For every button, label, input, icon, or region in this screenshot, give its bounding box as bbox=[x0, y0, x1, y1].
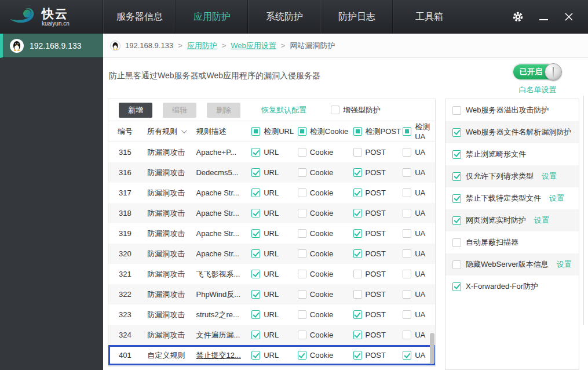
option-settings-link[interactable]: 设置 bbox=[549, 193, 564, 204]
option-checkbox[interactable] bbox=[452, 172, 461, 181]
row-ua-checkbox[interactable] bbox=[403, 290, 411, 299]
row-rule-desc[interactable]: 禁止提交12... bbox=[192, 350, 251, 361]
row-cookie-checkbox[interactable] bbox=[298, 270, 306, 278]
row-cookie-checkbox[interactable] bbox=[298, 331, 306, 339]
option-checkbox[interactable] bbox=[452, 128, 461, 137]
row-url-checkbox[interactable] bbox=[251, 290, 260, 299]
protection-toggle[interactable]: 已开启 bbox=[513, 64, 562, 80]
row-cookie-checkbox[interactable] bbox=[298, 310, 306, 319]
row-cookie-checkbox[interactable] bbox=[298, 351, 306, 360]
option-settings-link[interactable]: 设置 bbox=[557, 259, 572, 270]
enhanced-protection-checkbox[interactable] bbox=[331, 106, 339, 114]
option-checkbox[interactable] bbox=[452, 238, 461, 247]
table-row[interactable]: 316 防漏洞攻击 Dedecms5... URL Cookie POST UA bbox=[108, 162, 435, 183]
table-row[interactable]: 317 防漏洞攻击 Apache Str... URL Cookie POST … bbox=[108, 183, 435, 203]
row-cookie-checkbox[interactable] bbox=[298, 249, 306, 258]
option-settings-link[interactable]: 设置 bbox=[534, 215, 549, 226]
row-cookie-checkbox[interactable] bbox=[298, 188, 306, 197]
row-post-checkbox[interactable] bbox=[353, 290, 362, 299]
restore-defaults-link[interactable]: 恢复默认配置 bbox=[261, 105, 306, 115]
add-rule-button[interactable]: 新增 bbox=[119, 103, 152, 118]
breadcrumb-link-web-app-settings[interactable]: Web应用设置 bbox=[231, 41, 276, 51]
header-check-cookie[interactable]: 检测Cookie bbox=[298, 126, 353, 137]
row-url-checkbox[interactable] bbox=[251, 249, 260, 258]
toggle-knob[interactable] bbox=[545, 63, 562, 81]
option-item[interactable]: Web服务器文件名解析漏洞防护 bbox=[445, 121, 579, 143]
table-row[interactable]: 321 防漏洞攻击 飞飞影视系... URL Cookie POST UA bbox=[108, 264, 435, 284]
close-button[interactable] bbox=[563, 10, 575, 23]
table-row[interactable]: 318 防漏洞攻击 Apache Str... URL Cookie POST … bbox=[108, 203, 435, 223]
minimize-button[interactable] bbox=[537, 10, 550, 23]
check-post-all-checkbox[interactable] bbox=[353, 127, 362, 136]
row-post-checkbox[interactable] bbox=[353, 310, 362, 319]
row-ua-checkbox[interactable] bbox=[403, 331, 411, 339]
row-url-checkbox[interactable] bbox=[251, 229, 260, 238]
row-post-checkbox[interactable] bbox=[353, 270, 362, 278]
table-row[interactable]: 322 防漏洞攻击 PhpWind反... URL Cookie POST UA bbox=[108, 284, 435, 304]
row-ua-checkbox[interactable] bbox=[403, 229, 411, 238]
row-url-checkbox[interactable] bbox=[251, 148, 260, 157]
table-row[interactable]: 319 防漏洞攻击 Apache Str... URL Cookie POST … bbox=[108, 223, 435, 244]
check-ua-all-checkbox[interactable] bbox=[403, 127, 411, 136]
row-url-checkbox[interactable] bbox=[251, 270, 260, 278]
row-url-checkbox[interactable] bbox=[251, 310, 260, 319]
sidebar-server-item[interactable]: 192.168.9.133 bbox=[0, 34, 103, 58]
option-checkbox[interactable] bbox=[452, 216, 461, 225]
header-check-url[interactable]: 检测URL bbox=[251, 126, 298, 137]
header-check-ua[interactable]: 检测UA bbox=[403, 122, 435, 141]
check-cookie-all-checkbox[interactable] bbox=[298, 127, 306, 136]
nav-item-0[interactable]: 服务器信息 bbox=[103, 0, 176, 34]
check-url-all-checkbox[interactable] bbox=[251, 127, 260, 136]
option-checkbox[interactable] bbox=[452, 150, 461, 159]
table-row[interactable]: 320 防漏洞攻击 Apache Str... URL Cookie POST … bbox=[108, 244, 435, 264]
row-ua-checkbox[interactable] bbox=[403, 148, 411, 157]
row-ua-checkbox[interactable] bbox=[403, 188, 411, 197]
header-check-post[interactable]: 检测POST bbox=[353, 126, 403, 137]
option-settings-link[interactable]: 设置 bbox=[542, 171, 557, 182]
nav-item-3[interactable]: 防护日志 bbox=[320, 0, 393, 34]
option-checkbox[interactable] bbox=[452, 282, 461, 291]
nav-item-2[interactable]: 系统防护 bbox=[248, 0, 320, 34]
row-cookie-checkbox[interactable] bbox=[298, 168, 306, 177]
enhanced-protection-option[interactable]: 增强型防护 bbox=[331, 105, 381, 115]
row-post-checkbox[interactable] bbox=[353, 209, 362, 217]
table-row[interactable]: 324 防漏洞攻击 文件遍历漏... URL Cookie POST UA bbox=[108, 325, 435, 345]
row-cookie-checkbox[interactable] bbox=[298, 229, 306, 238]
option-item[interactable]: X-Forwarded-For防护 bbox=[445, 275, 579, 298]
nav-item-1[interactable]: 应用防护 bbox=[176, 0, 248, 34]
row-post-checkbox[interactable] bbox=[353, 249, 362, 258]
row-cookie-checkbox[interactable] bbox=[298, 209, 306, 217]
table-row[interactable]: 401 自定义规则 禁止提交12... URL Cookie POST UA bbox=[108, 345, 435, 365]
option-item[interactable]: 仅允许下列请求类型 设置 bbox=[445, 165, 579, 187]
option-item[interactable]: 禁止下载特定类型文件 设置 bbox=[445, 187, 579, 209]
row-cookie-checkbox[interactable] bbox=[298, 148, 306, 157]
row-url-checkbox[interactable] bbox=[251, 351, 260, 360]
option-item[interactable]: 自动屏蔽扫描器 bbox=[445, 231, 579, 253]
whitelist-settings-link[interactable]: 白名单设置 bbox=[513, 85, 562, 95]
row-post-checkbox[interactable] bbox=[353, 351, 362, 360]
row-post-checkbox[interactable] bbox=[353, 168, 362, 177]
row-post-checkbox[interactable] bbox=[353, 331, 362, 339]
vertical-scrollbar-thumb[interactable] bbox=[430, 333, 434, 364]
row-url-checkbox[interactable] bbox=[251, 209, 260, 217]
option-item[interactable]: 隐藏WebServer版本信息 设置 bbox=[445, 253, 579, 275]
settings-gear-icon[interactable] bbox=[512, 10, 524, 23]
row-ua-checkbox[interactable] bbox=[403, 270, 411, 278]
row-url-checkbox[interactable] bbox=[251, 168, 260, 177]
option-checkbox[interactable] bbox=[452, 260, 461, 269]
edit-rule-button[interactable]: 编辑 bbox=[163, 103, 196, 118]
table-row[interactable]: 315 防漏洞攻击 Apache+P... URL Cookie POST UA bbox=[108, 142, 435, 162]
row-post-checkbox[interactable] bbox=[353, 229, 362, 238]
header-rule-filter[interactable]: 所有规则 bbox=[140, 126, 193, 137]
row-ua-checkbox[interactable] bbox=[403, 209, 411, 217]
delete-rule-button[interactable]: 删除 bbox=[207, 103, 240, 118]
breadcrumb-link-app-protection[interactable]: 应用防护 bbox=[187, 41, 217, 51]
nav-item-4[interactable]: 工具箱 bbox=[393, 0, 465, 34]
table-row[interactable]: 323 防漏洞攻击 struts2之re... URL Cookie POST … bbox=[108, 304, 435, 325]
option-checkbox[interactable] bbox=[452, 106, 461, 115]
row-post-checkbox[interactable] bbox=[353, 188, 362, 197]
row-ua-checkbox[interactable] bbox=[403, 351, 411, 360]
option-checkbox[interactable] bbox=[452, 194, 461, 203]
option-item[interactable]: 网页浏览实时防护 设置 bbox=[445, 209, 579, 231]
row-ua-checkbox[interactable] bbox=[403, 249, 411, 258]
